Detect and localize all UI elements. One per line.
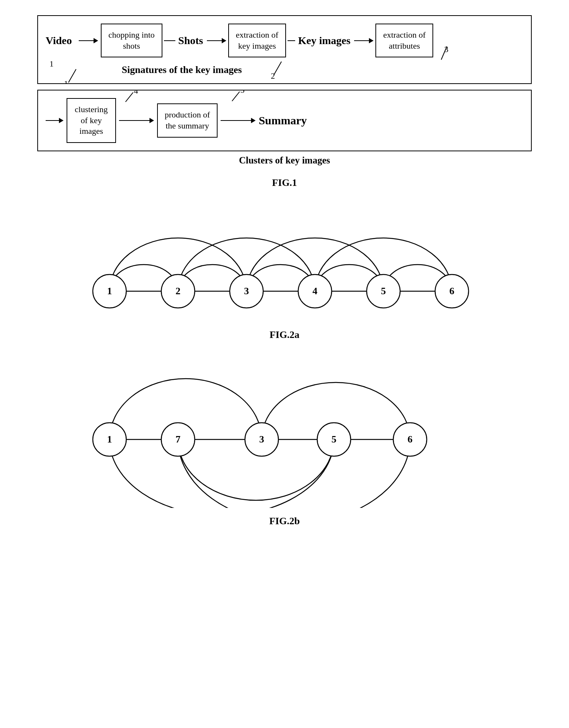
svg-text:6: 6	[450, 285, 455, 297]
fig2a-caption: FIG.2a	[270, 329, 300, 341]
svg-text:7: 7	[176, 434, 181, 445]
key-images-label: Key images	[298, 35, 351, 47]
box-extraction-key: extraction of key images	[228, 24, 286, 57]
svg-text:5: 5	[381, 285, 386, 297]
svg-text:5: 5	[332, 434, 337, 445]
svg-text:1: 1	[64, 79, 68, 83]
arrow-to-summary	[251, 118, 256, 123]
line-box4-box5	[119, 120, 149, 121]
fig2a-svg: 1 2 3 4 5 6	[75, 215, 494, 322]
line-to-keyimages	[288, 40, 295, 41]
fig2a-section: 1 2 3 4 5 6 FIG.2a	[37, 215, 532, 341]
box-summary: production of the summary	[157, 103, 218, 137]
fig1-caption: FIG.1	[37, 177, 532, 189]
line-to-shots	[164, 40, 175, 41]
clusters-label: Clusters of key images	[37, 155, 532, 166]
svg-text:5: 5	[240, 90, 245, 95]
arrow-box4-box5	[149, 118, 154, 123]
arrow-keyimages-to-box3	[354, 40, 373, 41]
fig2b-section: 1 7 3 5 6 FIG.2b	[37, 363, 532, 527]
summary-label: Summary	[259, 114, 307, 127]
svg-text:2: 2	[176, 285, 181, 297]
signatures-label: Signatures of the key images	[122, 64, 242, 76]
svg-text:3: 3	[259, 434, 264, 445]
svg-text:1: 1	[107, 434, 112, 445]
svg-text:3: 3	[244, 285, 249, 297]
fig2b-svg: 1 7 3 5 6	[75, 363, 494, 508]
lower-diagram-wrapper: clustering of key images production of t…	[37, 90, 532, 166]
svg-text:4: 4	[313, 285, 318, 297]
fig1-container: 1 Video chopping into shots Shots extrac…	[37, 15, 532, 189]
lower-outer-box: clustering of key images production of t…	[37, 90, 532, 151]
upper-diagram-box: 1 Video chopping into shots Shots extrac…	[37, 15, 532, 84]
lower-arrow-head	[59, 118, 64, 123]
fig2b-caption: FIG.2b	[269, 515, 300, 527]
shots-label: Shots	[178, 35, 203, 47]
svg-text:6: 6	[408, 434, 413, 445]
svg-line-8	[126, 92, 133, 102]
line-to-summary	[221, 120, 251, 121]
arrow-video-to-box1	[79, 40, 98, 41]
box-extraction-attributes: extraction of attributes	[375, 24, 433, 57]
video-label: Video	[46, 35, 72, 47]
svg-text:1: 1	[107, 285, 112, 297]
arrow-shots-to-box2	[207, 40, 226, 41]
svg-line-10	[232, 92, 240, 101]
svg-text:4: 4	[134, 90, 138, 95]
box-clustering: clustering of key images	[67, 98, 116, 143]
lower-arrow-line	[46, 120, 59, 121]
box-chopping: chopping into shots	[101, 24, 162, 57]
